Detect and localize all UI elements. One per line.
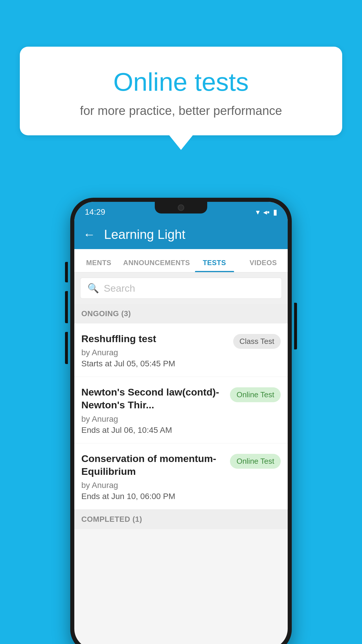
test-date-2: Ends at Jul 06, 10:45 AM	[81, 426, 225, 435]
speech-bubble: Online tests for more practice, better p…	[20, 47, 342, 135]
test-item-3[interactable]: Conservation of momentum-Equilibrium by …	[74, 443, 288, 510]
search-container: 🔍 Search	[74, 272, 288, 304]
test-name-3: Conservation of momentum-Equilibrium	[81, 452, 225, 478]
silent-button	[65, 332, 68, 364]
search-icon: 🔍	[87, 283, 99, 294]
test-name-2: Newton's Second law(contd)-Newton's Thir…	[81, 386, 225, 411]
phone-frame: 14:29 ▾ ◂▪ ▮ ← Learning Light MENTS ANNO…	[70, 198, 292, 644]
speech-bubble-section: Online tests for more practice, better p…	[20, 47, 342, 150]
search-bar[interactable]: 🔍 Search	[80, 278, 282, 299]
tabs-bar: MENTS ANNOUNCEMENTS TESTS VIDEOS	[74, 249, 288, 272]
phone-notch	[155, 202, 207, 214]
test-badge-2: Online Test	[230, 387, 281, 402]
signal-icon: ◂▪	[263, 208, 270, 217]
bubble-arrow	[169, 135, 193, 150]
battery-icon: ▮	[273, 208, 277, 217]
bubble-subtitle: for more practice, better performance	[37, 104, 325, 118]
test-info-2: Newton's Second law(contd)-Newton's Thir…	[81, 386, 225, 435]
back-button[interactable]: ←	[83, 228, 95, 241]
test-author-3: by Anurag	[81, 481, 225, 490]
ongoing-section-header: ONGOING (3)	[74, 304, 288, 323]
bubble-title: Online tests	[37, 67, 325, 97]
test-date-3: Ends at Jun 10, 06:00 PM	[81, 492, 225, 501]
tab-tests[interactable]: TESTS	[190, 259, 239, 272]
phone-camera	[178, 204, 184, 211]
phone-screen: 14:29 ▾ ◂▪ ▮ ← Learning Light MENTS ANNO…	[74, 202, 288, 644]
power-button	[294, 303, 297, 349]
status-time: 14:29	[85, 207, 105, 217]
app-title: Learning Light	[104, 227, 185, 242]
test-item-2[interactable]: Newton's Second law(contd)-Newton's Thir…	[74, 377, 288, 443]
test-author-1: by Anurag	[81, 348, 229, 357]
test-item-1[interactable]: Reshuffling test by Anurag Starts at Jul…	[74, 323, 288, 377]
test-badge-3: Online Test	[230, 454, 281, 469]
wifi-icon: ▾	[256, 208, 260, 217]
test-author-2: by Anurag	[81, 414, 225, 424]
volume-down-button	[65, 291, 68, 323]
search-placeholder: Search	[104, 283, 135, 294]
completed-section-header: COMPLETED (1)	[74, 510, 288, 529]
test-info-3: Conservation of momentum-Equilibrium by …	[81, 452, 225, 501]
test-list: Reshuffling test by Anurag Starts at Jul…	[74, 323, 288, 510]
test-date-1: Starts at Jul 05, 05:45 PM	[81, 359, 229, 368]
ongoing-label: ONGOING (3)	[81, 309, 131, 318]
test-name-1: Reshuffling test	[81, 332, 229, 345]
test-info-1: Reshuffling test by Anurag Starts at Jul…	[81, 332, 229, 368]
volume-up-button	[65, 262, 68, 282]
test-badge-1: Class Test	[233, 334, 281, 349]
status-icons: ▾ ◂▪ ▮	[256, 208, 277, 217]
completed-label: COMPLETED (1)	[81, 515, 142, 524]
app-header: ← Learning Light	[74, 220, 288, 249]
tab-videos[interactable]: VIDEOS	[239, 259, 288, 272]
tab-announcements[interactable]: ANNOUNCEMENTS	[123, 259, 190, 272]
tab-ments[interactable]: MENTS	[74, 259, 123, 272]
